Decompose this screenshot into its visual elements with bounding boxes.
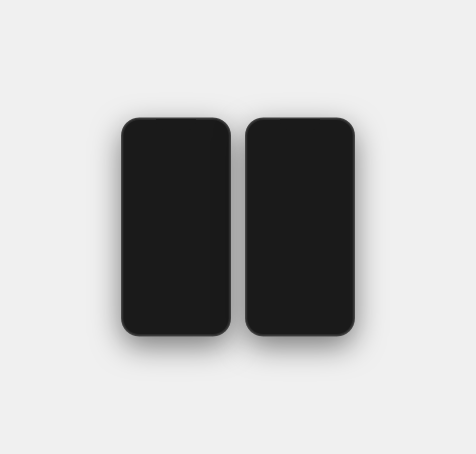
msg-rachel: I'm starving!: [127, 181, 225, 191]
sender-rachel: Rachel: [139, 176, 225, 180]
left-status-bar: 9:41 ▌▌▌ 📶 ▐▌: [124, 120, 228, 131]
remove-dialog: Who do you want to remove this message f…: [248, 147, 352, 328]
right-status-icons: ▌▌▌ 📶 ▐▌: [324, 125, 344, 129]
left-status-icons: ▌▌▌ 📶 ▐▌: [200, 125, 220, 129]
emoji-thumbsup[interactable]: 👍: [185, 234, 193, 242]
msg-alice-2: Tell Andy hi-- see all of you soon! 🌯: [127, 260, 225, 275]
time-label: 9:30 AM: [127, 150, 225, 154]
sender-hailey-label: Hailey: [139, 192, 225, 195]
remove-for-you-button[interactable]: Remove for You: [248, 294, 352, 310]
right-chat-title: BFFs ❤️❤️❤️: [269, 136, 329, 142]
group-avatar-1: [217, 276, 225, 284]
right-video-icon[interactable]: 📹: [341, 136, 348, 142]
right-phone-screen: 9:41 ▌▌▌ 📶 ▐▌ ‹ BFFs ❤️❤️❤️ 📞 📹 9:30: [248, 120, 352, 334]
sender-alice-1: Alice: [139, 214, 225, 217]
sender-alice-2: Alice: [139, 255, 225, 258]
right-home-indicator: [285, 330, 315, 332]
emoji-love[interactable]: 😍: [133, 234, 141, 242]
translate-button[interactable]: Translate: [204, 320, 221, 324]
call-icon[interactable]: 📞: [207, 136, 214, 142]
right-back-button[interactable]: ‹: [252, 136, 254, 142]
right-call-icon[interactable]: 📞: [331, 136, 338, 142]
group-avatars-row: [127, 276, 225, 284]
bubble-hailey[interactable]: Hi honey! Meeting the girls for dinner. …: [161, 198, 225, 213]
msg-hailey-sent: Hi honey! Meeting the girls for dinner. …: [127, 198, 225, 213]
remove-everyone-button[interactable]: Remove for Everyone: [250, 276, 350, 293]
left-messages-area: 9:30 AM Tanvi Hey everybody - what's the…: [124, 147, 228, 315]
red-dot-indicator: [179, 244, 190, 255]
right-nav-bar: ‹ BFFs ❤️❤️❤️ 📞 📹: [248, 131, 352, 147]
emoji-thumbsdown[interactable]: 👎: [195, 234, 204, 242]
msg-alice-1: Huh? I think that was meant for Andy, no…: [127, 219, 225, 233]
signal-icon-r: ▌▌▌: [324, 126, 332, 129]
left-time: 9:41: [132, 125, 141, 130]
wifi-icon: 📶: [209, 125, 214, 129]
right-status-bar: 9:41 ▌▌▌ 📶 ▐▌: [248, 120, 352, 131]
avatar-rachel: [127, 183, 135, 191]
left-home-indicator: [161, 330, 191, 332]
right-time: 9:41: [256, 125, 265, 130]
chat-title: BFFs ❤️❤️❤️: [145, 136, 205, 142]
bubble-alice-2[interactable]: Tell Andy hi-- see all of you soon! 🌯: [136, 260, 201, 275]
left-phone-screen: 9:41 ▌▌▌ 📶 ▐▌ ‹ BFFs ❤️❤️❤️ 📞 📹 9:30: [124, 120, 228, 334]
emoji-angry[interactable]: 😠: [175, 234, 183, 242]
avatar-alice-2: [127, 266, 135, 274]
emoji-laugh[interactable]: 😄: [143, 234, 152, 242]
msg-tanvi: Hey everybody - what's the plan for dinn…: [127, 161, 225, 175]
right-nav-actions: 📞 📹: [331, 136, 348, 142]
reaction-bar[interactable]: 😍 😄 😮 😢 😠 👍 👎: [129, 231, 208, 244]
dialog-box: Who do you want to remove this message f…: [248, 265, 352, 328]
bubble-alice-1[interactable]: Huh? I think that was meant for Andy, no…: [136, 219, 201, 233]
bubble-tanvi[interactable]: Hey everybody - what's the plan for dinn…: [136, 161, 201, 175]
right-nav-avatar: [256, 134, 267, 145]
nav-actions: 📞 📹: [207, 136, 224, 142]
emoji-wow[interactable]: 😮: [154, 234, 162, 242]
left-nav-bar: ‹ BFFs ❤️❤️❤️ 📞 📹: [124, 131, 228, 147]
bubble-rachel[interactable]: I'm starving!: [136, 181, 164, 191]
signal-icon: ▌▌▌: [200, 126, 208, 129]
avatar-tanvi: [127, 168, 135, 175]
dialog-question: Who do you want to remove this message f…: [248, 265, 352, 275]
left-phone: 9:41 ▌▌▌ 📶 ▐▌ ‹ BFFs ❤️❤️❤️ 📞 📹 9:30: [121, 118, 231, 336]
battery-icon: ▐▌: [215, 126, 220, 129]
sender-tanvi: Tanvi: [139, 156, 225, 159]
remove-button[interactable]: Remove: [152, 320, 167, 324]
group-avatar-2: [208, 276, 216, 284]
battery-icon-r: ▐▌: [339, 126, 344, 129]
group-avatar-3: [199, 276, 207, 284]
back-button[interactable]: ‹: [128, 136, 130, 142]
video-icon[interactable]: 📹: [217, 136, 224, 142]
cancel-button[interactable]: Cancel: [248, 313, 352, 328]
forward-button[interactable]: Forward: [178, 320, 192, 324]
wifi-icon-r: 📶: [333, 125, 338, 129]
nav-avatar: [132, 134, 143, 145]
right-messages-area: 9:30 AM Tanvi Hey everybody - what's the…: [248, 147, 352, 328]
emoji-cry[interactable]: 😢: [164, 234, 173, 242]
copy-button[interactable]: Copy: [131, 320, 141, 324]
right-phone: 9:41 ▌▌▌ 📶 ▐▌ ‹ BFFs ❤️❤️❤️ 📞 📹 9:30: [245, 118, 355, 336]
left-action-bar: Copy Remove Forward Translate: [124, 315, 228, 328]
